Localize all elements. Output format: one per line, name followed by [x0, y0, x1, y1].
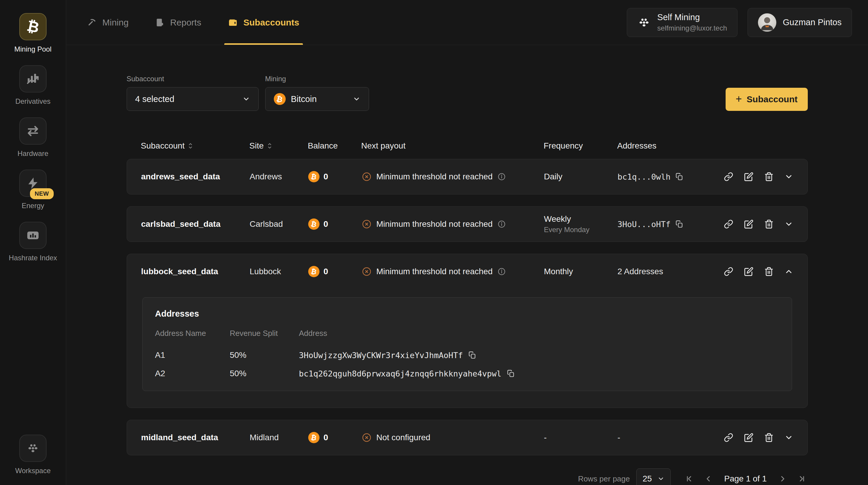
copy-icon[interactable]	[507, 369, 515, 378]
row-actions	[736, 267, 793, 276]
circle-x-icon	[362, 219, 372, 229]
add-subaccount-label: Subaccount	[747, 94, 798, 104]
tab-mining[interactable]: Mining	[83, 0, 132, 45]
edit-icon[interactable]	[744, 433, 753, 442]
frequency-cell: Weekly Every Monday	[544, 214, 618, 234]
chevron-down-icon	[657, 475, 664, 482]
edit-icon[interactable]	[744, 219, 753, 229]
column-header-address-name: Address Name	[155, 329, 230, 338]
tab-subaccounts[interactable]: Subaccounts	[224, 0, 303, 45]
user-name: Guzman Pintos	[783, 18, 842, 27]
bitcoin-icon: ₿	[308, 171, 319, 182]
link-icon[interactable]	[724, 219, 733, 229]
content: Subaccount 4 selected Mining ₿ Bitcoin	[66, 45, 868, 485]
plus-icon: +	[736, 94, 742, 104]
sidebar-item-workspace[interactable]: Workspace	[15, 434, 51, 475]
chevron-down-icon[interactable]	[784, 220, 793, 229]
user-menu[interactable]: Guzman Pintos	[748, 8, 852, 37]
sidebar-item-label: Workspace	[15, 466, 51, 475]
chevron-up-icon[interactable]	[784, 267, 793, 276]
rows-per-page-select[interactable]: 25	[636, 468, 671, 485]
site-value: Midland	[250, 433, 308, 442]
chevron-down-icon[interactable]	[784, 433, 793, 442]
next-payout-cell: Minimum threshold not reached	[362, 172, 544, 182]
mining-filter-label: Mining	[265, 75, 369, 83]
sidebar-item-label: Energy	[22, 202, 44, 210]
sidebar-item-hashrate-index[interactable]: Hashrate Index	[9, 222, 57, 262]
address-row: A1 50% 3HoUwjzzgXw3WyCKWr3r4xieYvJhmAoHT…	[155, 350, 779, 360]
next-payout-text: Minimum threshold not reached	[376, 219, 493, 229]
subaccount-select[interactable]: 4 selected	[127, 87, 259, 111]
column-header-subaccount[interactable]: Subaccount	[141, 141, 249, 151]
address-full-cell: 3HoUwjzzgXw3WyCKWr3r4xieYvJhmAoHTf	[299, 351, 779, 360]
address-short: 3HoU...oHTf	[618, 220, 671, 229]
trash-icon[interactable]	[764, 219, 774, 229]
topbar: Mining Reports Subaccounts	[66, 0, 868, 45]
last-page-button[interactable]	[795, 473, 808, 485]
info-icon	[497, 220, 506, 228]
table-row-expanded: lubbock_seed_data Lubbock ₿ 0 Minimum th…	[127, 254, 808, 408]
workspace-switcher[interactable]: Self Mining selfmining@luxor.tech	[627, 8, 738, 37]
balance-value: 0	[323, 267, 329, 276]
wallet-icon	[228, 18, 238, 28]
report-doc-icon	[155, 18, 165, 27]
chevron-down-icon[interactable]	[784, 172, 793, 181]
frequency-cell: -	[544, 433, 618, 442]
addresses-cell: 2 Addresses	[618, 267, 736, 276]
info-icon	[497, 267, 506, 276]
sidebar-item-label: Derivatives	[16, 97, 51, 105]
next-page-button[interactable]	[776, 473, 789, 485]
info-icon	[497, 172, 506, 181]
trash-icon[interactable]	[764, 172, 774, 182]
trash-icon[interactable]	[764, 433, 774, 442]
first-page-button[interactable]	[683, 473, 695, 485]
new-badge: NEW	[30, 188, 54, 199]
sidebar-item-energy[interactable]: NEW Energy	[19, 169, 46, 210]
tab-reports[interactable]: Reports	[152, 0, 205, 45]
edit-icon[interactable]	[744, 267, 753, 276]
addresses-empty: -	[618, 433, 620, 442]
mining-select[interactable]: ₿ Bitcoin	[265, 87, 369, 111]
mining-select-value: Bitcoin	[291, 94, 347, 104]
trash-icon[interactable]	[764, 267, 774, 276]
balance-value: 0	[323, 172, 329, 182]
link-icon[interactable]	[724, 172, 733, 182]
workspace-dots-icon	[637, 16, 651, 29]
address-short: bc1q...0wlh	[618, 172, 671, 182]
tab-bar: Mining Reports Subaccounts	[83, 0, 303, 45]
balance-value: 0	[323, 433, 329, 442]
page-indicator: Page 1 of 1	[724, 474, 767, 484]
add-subaccount-button[interactable]: + Subaccount	[725, 88, 808, 111]
table-row: andrews_seed_data Andrews ₿ 0 Minimum th…	[127, 159, 808, 194]
chevron-down-icon	[242, 95, 250, 103]
sidebar-item-hardware[interactable]: Hardware	[18, 118, 49, 158]
site-value: Andrews	[250, 172, 308, 182]
column-header-addresses: Addresses	[617, 141, 736, 151]
edit-icon[interactable]	[744, 172, 753, 182]
site-value: Lubbock	[250, 267, 308, 276]
subaccount-name: lubbock_seed_data	[141, 267, 250, 276]
column-header-site[interactable]: Site	[249, 141, 308, 151]
sidebar-item-mining-pool[interactable]: ₿ Mining Pool	[14, 13, 51, 53]
workspace-name: Self Mining	[657, 12, 727, 22]
balance-cell: ₿ 0	[308, 432, 362, 443]
link-icon[interactable]	[724, 433, 733, 442]
addresses-panel-title: Addresses	[155, 309, 779, 319]
link-icon[interactable]	[724, 267, 733, 276]
copy-icon[interactable]	[675, 220, 683, 228]
derivatives-chart-icon	[19, 65, 46, 93]
lightning-icon: NEW	[19, 169, 46, 197]
copy-icon[interactable]	[675, 172, 683, 181]
sidebar-item-label: Mining Pool	[14, 45, 51, 53]
sidebar-item-derivatives[interactable]: Derivatives	[16, 65, 51, 105]
addresses-count: 2 Addresses	[618, 267, 663, 276]
rows-per-page-value: 25	[643, 474, 654, 484]
column-header-next-payout: Next payout	[361, 141, 544, 151]
rows-per-page-label: Rows per page	[578, 474, 630, 484]
subaccount-name: midland_seed_data	[141, 433, 250, 442]
sidebar: ₿ Mining Pool Derivatives	[0, 0, 66, 485]
previous-page-button[interactable]	[702, 473, 715, 485]
mining-filter: Mining ₿ Bitcoin	[265, 75, 369, 111]
revenue-split: 50%	[230, 350, 299, 360]
copy-icon[interactable]	[468, 351, 476, 359]
